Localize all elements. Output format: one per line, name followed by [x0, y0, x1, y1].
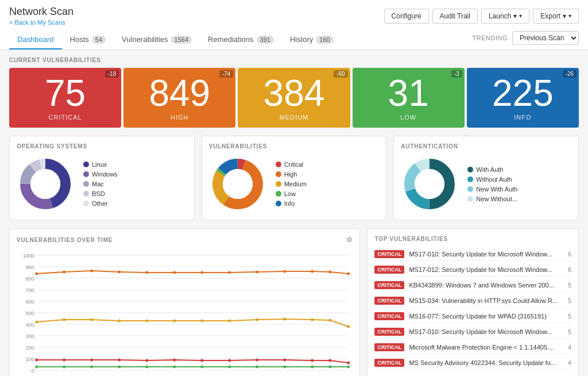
medium-badge: -60	[334, 70, 347, 78]
svg-point-50	[328, 271, 331, 274]
vuln-chart-panel: VULNERABILITIES Critical	[202, 136, 387, 220]
trending-select[interactable]: Previous Scan Last 30 Days Last 90 Days	[512, 31, 579, 45]
audit-trail-button[interactable]: Audit Trail	[432, 9, 478, 24]
high-dot	[276, 171, 281, 177]
tab-hosts[interactable]: Hosts 54	[62, 30, 114, 49]
medium-dot	[276, 181, 281, 187]
svg-point-5	[30, 169, 60, 199]
settings-icon[interactable]: ⚙	[346, 236, 353, 244]
vuln-badge-3: CRITICAL	[374, 281, 404, 289]
svg-point-85	[228, 366, 231, 369]
svg-point-62	[311, 319, 314, 321]
vuln-name-2: MS17-012: Security Update for Microsoft …	[409, 266, 558, 273]
svg-point-42	[118, 271, 121, 274]
svg-point-56	[145, 320, 148, 323]
low-card: -3 31 LOW	[353, 68, 465, 128]
svg-point-46	[228, 271, 231, 274]
svg-point-43	[145, 271, 148, 274]
svg-point-76	[328, 359, 331, 362]
svg-point-73	[256, 359, 258, 362]
legend-info: Info	[276, 200, 307, 207]
svg-text:0: 0	[32, 368, 34, 374]
list-item[interactable]: CRITICAL MS15-034: Vulnerability in HTTP…	[374, 294, 571, 308]
list-item[interactable]: CRITICAL KB4343899: Windows 7 and Window…	[374, 279, 571, 292]
tab-vulnerabilities[interactable]: Vulnerabilities 1564	[114, 30, 200, 49]
list-item[interactable]: CRITICAL Microsoft Malware Protection En…	[374, 341, 571, 354]
svg-text:300: 300	[26, 333, 34, 339]
legend-without-auth: Without Auth	[467, 176, 517, 183]
vuln-donut-svg	[209, 155, 266, 213]
vuln-count-6: 5	[562, 328, 571, 335]
vuln-name-5: MS16-077: Security Update for WPAD (3165…	[409, 313, 558, 320]
svg-point-90	[347, 366, 350, 369]
tab-dashboard[interactable]: Dashboard	[9, 30, 62, 49]
header-top: Network Scan < Back to My Scans Configur…	[9, 6, 579, 30]
auth-legend: With Auth Without Auth New With Auth New…	[467, 166, 517, 202]
svg-point-86	[256, 366, 258, 369]
time-panel-header: VULNERABILITIES OVER TIME ⚙	[17, 236, 353, 244]
svg-text:100: 100	[26, 356, 34, 362]
svg-point-41	[90, 270, 93, 273]
launch-button[interactable]: Launch ▾	[481, 9, 529, 24]
svg-text:1000: 1000	[23, 253, 34, 259]
auth-donut-container: With Auth Without Auth New With Auth New…	[401, 155, 571, 213]
os-legend: Linux Windows Mac BSD	[83, 161, 118, 207]
time-panel-title: VULNERABILITIES OVER TIME	[17, 237, 113, 243]
svg-text:600: 600	[26, 299, 34, 305]
current-vuln-title: CURRENT VULNERABILITIES	[9, 57, 579, 63]
back-link[interactable]: < Back to My Scans	[9, 19, 74, 26]
vuln-count-4: 5	[562, 297, 571, 304]
svg-point-72	[228, 359, 231, 362]
legend-other: Other	[83, 200, 118, 207]
legend-linux: Linux	[83, 161, 118, 168]
vuln-count-8: 4	[562, 359, 571, 366]
export-button[interactable]: Export ▾	[533, 9, 579, 24]
medium-card: -60 384 MEDIUM	[238, 68, 350, 128]
with-auth-dot	[467, 167, 473, 172]
svg-point-88	[311, 366, 314, 369]
tab-remediations[interactable]: Remediations 391	[200, 30, 282, 49]
os-chart-panel: OPERATING SYSTEMS Linux	[9, 136, 195, 220]
trending-bar: TRENDING Previous Scan Last 30 Days Last…	[473, 31, 579, 49]
top-vuln-panel: TOP VULNERABILITIES CRITICAL MS17-010: S…	[367, 228, 579, 376]
mac-dot	[83, 181, 89, 187]
svg-point-54	[90, 319, 93, 321]
vuln-name-6: MS17-010: Security Update for Microsoft …	[409, 328, 558, 335]
trending-label: TRENDING	[473, 34, 508, 41]
svg-point-70	[173, 359, 176, 362]
svg-point-67	[90, 359, 93, 362]
list-item[interactable]: CRITICAL MS Security Advisory 4022344: S…	[374, 356, 571, 370]
info-label: INFO	[476, 114, 570, 121]
vuln-name-7: Microsoft Malware Protection Engine < 1.…	[409, 344, 558, 351]
header: Network Scan < Back to My Scans Configur…	[0, 0, 588, 50]
without-auth-dot	[467, 177, 473, 182]
svg-point-66	[63, 359, 65, 362]
title-block: Network Scan < Back to My Scans	[9, 6, 74, 26]
vuln-name-3: KB4343899: Windows 7 and Windows Server …	[409, 282, 558, 289]
list-item[interactable]: CRITICAL MS17-010: Security Update for M…	[374, 325, 571, 339]
critical-badge: -18	[105, 70, 119, 78]
os-chart-title: OPERATING SYSTEMS	[17, 143, 187, 149]
svg-point-45	[200, 271, 203, 274]
svg-point-68	[118, 359, 121, 362]
list-item[interactable]: CRITICAL MS17-012: Security Update for M…	[374, 263, 571, 277]
svg-point-74	[283, 359, 286, 362]
info-value: 225	[476, 75, 570, 112]
list-item[interactable]: CRITICAL MS17-010: Security Update for M…	[374, 248, 571, 261]
configure-button[interactable]: Configure	[384, 9, 429, 24]
vuln-count-3: 5	[562, 282, 571, 289]
medium-label: MEDIUM	[247, 114, 341, 121]
tab-history[interactable]: History 160	[282, 30, 342, 49]
time-panel: VULNERABILITIES OVER TIME ⚙ 1000 900 800…	[9, 228, 360, 376]
svg-point-65	[35, 359, 38, 362]
legend-medium: Medium	[276, 181, 307, 187]
info-dot	[276, 201, 281, 206]
svg-point-55	[118, 320, 121, 323]
vuln-name-4: MS15-034: Vulnerability in HTTP.sys Coul…	[409, 297, 558, 304]
svg-point-89	[328, 366, 331, 369]
vuln-badge-8: CRITICAL	[374, 359, 404, 367]
low-value: 31	[362, 75, 455, 112]
list-item[interactable]: CRITICAL MS16-077: Security Update for W…	[374, 310, 571, 323]
svg-point-77	[347, 362, 350, 365]
svg-text:900: 900	[26, 264, 34, 270]
